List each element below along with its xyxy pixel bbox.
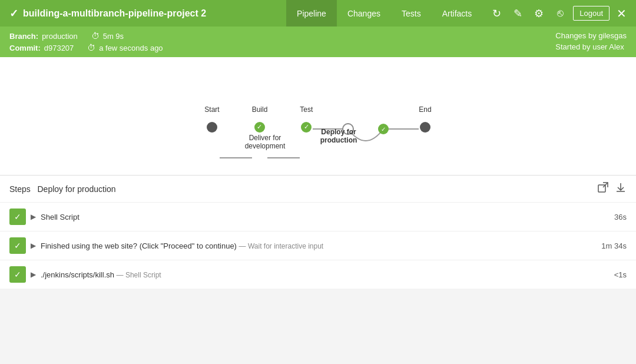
duration-value: 5m 9s bbox=[103, 32, 124, 41]
success-check-icon: ✓ bbox=[9, 7, 18, 20]
commit-value: d973207 bbox=[44, 44, 74, 52]
steps-prefix: Steps bbox=[9, 184, 31, 194]
sub-header: Branch: production ⏱ 5m 9s Commit: d9732… bbox=[0, 27, 636, 57]
steps-header: Steps Deploy for production bbox=[0, 176, 636, 202]
steps-actions bbox=[597, 181, 627, 196]
commit-row: Commit: d973207 ⏱ a few seconds ago bbox=[9, 43, 163, 52]
step-check-shell-script: ✓ bbox=[9, 209, 26, 225]
step-chevron-kill-script[interactable]: ▶ bbox=[31, 270, 36, 279]
branch-row: Branch: production ⏱ 5m 9s bbox=[9, 31, 163, 41]
stage-build-label: Build bbox=[252, 105, 268, 115]
stage-deliver-label: Deliver fordevelopment bbox=[241, 134, 289, 150]
stage-end: End bbox=[419, 105, 431, 133]
started-by-row: Started by user Alex bbox=[555, 42, 627, 51]
changes-by-row: Changes by gilesgas bbox=[555, 31, 627, 40]
step-time-kill-script: <1s bbox=[614, 270, 627, 279]
stage-test-node[interactable]: ✓ bbox=[301, 122, 312, 133]
svg-text:✓: ✓ bbox=[381, 126, 386, 133]
header-icons-area: ↻ ✎ ⚙ ⎋ Logout ✕ bbox=[488, 5, 627, 22]
settings-icon[interactable]: ⚙ bbox=[531, 5, 547, 22]
started-by: Started by user Alex bbox=[555, 42, 624, 51]
page-title: building-a-multibranch-pipeline-project … bbox=[23, 8, 206, 19]
time-value: a few seconds ago bbox=[99, 44, 163, 52]
stage-build-node[interactable]: ✓ bbox=[254, 122, 265, 133]
step-row-finished-web: ✓ ▶ Finished using the web site? (Click … bbox=[0, 231, 636, 260]
download-icon[interactable] bbox=[615, 181, 627, 196]
tab-tests[interactable]: Tests bbox=[391, 0, 432, 27]
sub-header-right: Changes by gilesgas Started by user Alex bbox=[555, 31, 627, 52]
branch-label: Branch: bbox=[9, 32, 38, 41]
main-header: ✓ building-a-multibranch-pipeline-projec… bbox=[0, 0, 636, 27]
steps-title: Steps Deploy for production bbox=[9, 184, 116, 194]
refresh-icon[interactable]: ↻ bbox=[488, 5, 505, 22]
stage-end-label: End bbox=[419, 105, 431, 115]
stage-start-node bbox=[207, 122, 217, 133]
line-start-build bbox=[220, 157, 252, 158]
stage-build: Build ✓ bbox=[252, 105, 268, 133]
time-icon: ⏱ bbox=[87, 43, 95, 52]
commit-label: Commit: bbox=[9, 44, 41, 52]
stage-deploy-label: Deploy forproduction bbox=[312, 128, 365, 144]
external-link-icon[interactable] bbox=[597, 181, 609, 196]
step-name-kill-script[interactable]: ./jenkins/scripts/kill.sh — Shell Script bbox=[41, 270, 614, 279]
export-icon[interactable]: ⎋ bbox=[552, 5, 568, 22]
step-name-shell-script[interactable]: Shell Script bbox=[41, 213, 614, 221]
step-check-finished-web: ✓ bbox=[9, 237, 26, 254]
stage-test-label: Test bbox=[300, 105, 313, 115]
stage-start-label: Start bbox=[204, 105, 219, 115]
steps-section: Steps Deploy for production bbox=[0, 175, 636, 289]
pipeline-diagram: Start Build ✓ Test ✓ ✓ Deliver fordevelo… bbox=[0, 57, 636, 175]
tab-pipeline[interactable]: Pipeline bbox=[286, 0, 337, 27]
nav-tabs: Pipeline Changes Tests Artifacts bbox=[286, 0, 482, 27]
step-row-kill-script: ✓ ▶ ./jenkins/scripts/kill.sh — Shell Sc… bbox=[0, 260, 636, 289]
step-check-kill-script: ✓ bbox=[9, 266, 26, 283]
sub-header-left: Branch: production ⏱ 5m 9s Commit: d9732… bbox=[9, 31, 163, 52]
line-build-test bbox=[267, 157, 300, 158]
duration-icon: ⏱ bbox=[91, 31, 100, 41]
branch-value: production bbox=[42, 32, 78, 41]
step-chevron-finished-web[interactable]: ▶ bbox=[31, 241, 36, 250]
step-time-shell-script: 36s bbox=[614, 213, 627, 221]
step-sub-finished-web: — Wait for interactive input bbox=[239, 242, 324, 250]
stage-test: Test ✓ bbox=[300, 105, 313, 133]
page-title-area: ✓ building-a-multibranch-pipeline-projec… bbox=[9, 7, 286, 20]
steps-stage-name: Deploy for production bbox=[37, 184, 115, 194]
step-time-finished-web: 1m 34s bbox=[601, 241, 627, 250]
logout-button[interactable]: Logout bbox=[573, 6, 610, 21]
changes-by: Changes by gilesgas bbox=[555, 31, 627, 40]
edit-icon[interactable]: ✎ bbox=[509, 5, 526, 22]
step-row-shell-script: ✓ ▶ Shell Script 36s bbox=[0, 202, 636, 231]
tab-changes[interactable]: Changes bbox=[337, 0, 391, 27]
step-sub-kill-script: — Shell Script bbox=[117, 271, 161, 279]
close-icon[interactable]: ✕ bbox=[617, 6, 627, 21]
stage-start: Start bbox=[204, 105, 219, 133]
stage-end-node bbox=[420, 122, 430, 133]
step-name-finished-web[interactable]: Finished using the web site? (Click "Pro… bbox=[41, 241, 601, 250]
tab-artifacts[interactable]: Artifacts bbox=[432, 0, 483, 27]
step-chevron-shell-script[interactable]: ▶ bbox=[31, 213, 36, 221]
